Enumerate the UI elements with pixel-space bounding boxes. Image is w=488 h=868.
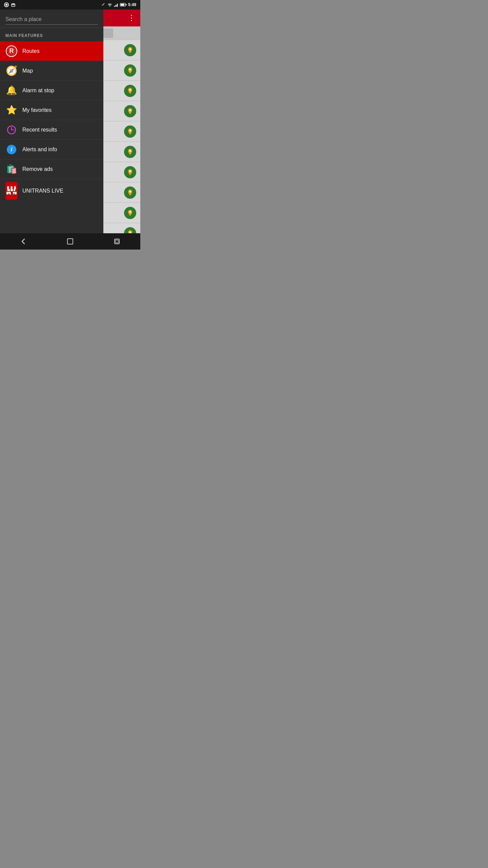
menu-item-my-favorites[interactable]: ⭐ My favorites	[0, 100, 103, 120]
remove-ads-label: Remove ads	[22, 166, 53, 172]
signal-icon	[114, 2, 119, 7]
battery-icon	[120, 3, 127, 7]
svg-point-17	[129, 130, 131, 131]
svg-point-18	[129, 150, 131, 152]
status-bar-right: 5:49	[101, 2, 136, 7]
more-options-button[interactable]: ⋮	[128, 14, 136, 22]
menu-item-remove-ads[interactable]: 🛍️ Remove ads	[0, 159, 103, 179]
svg-rect-8	[116, 5, 117, 7]
menu-item-recent-results[interactable]: Recent results	[0, 120, 103, 140]
status-bar: 5:49	[0, 0, 140, 9]
map-pin-icon-5	[124, 125, 136, 138]
svg-rect-7	[114, 6, 115, 7]
map-pin-icon-1	[124, 44, 136, 56]
svg-point-32	[8, 194, 9, 195]
svg-rect-43	[116, 240, 118, 243]
alarm-at-stop-label: Alarm at stop	[22, 87, 54, 94]
svg-rect-39	[11, 188, 13, 190]
back-arrow-icon	[20, 238, 27, 245]
shopping-icon-container: 🛍️	[5, 163, 18, 175]
clock-icon-container	[5, 124, 18, 136]
menu-item-alarm-at-stop[interactable]: 🔔 Alarm at stop	[0, 81, 103, 100]
unitrans-live-label: UNITRANS LIVE	[22, 188, 63, 194]
signal-minus-icon	[101, 2, 106, 7]
main-features-header: MAIN FEATURES	[0, 28, 103, 41]
svg-point-1	[5, 4, 7, 6]
home-button[interactable]	[57, 235, 84, 248]
clock-icon	[6, 125, 17, 135]
svg-point-19	[129, 170, 131, 172]
svg-point-16	[129, 109, 131, 111]
menu-item-unitrans-live[interactable]: UNITRANS LIVE	[0, 179, 103, 203]
svg-point-13	[129, 48, 131, 50]
search-area	[0, 9, 103, 28]
routes-icon: R	[6, 45, 17, 57]
routes-icon-container: R	[5, 45, 18, 57]
search-input[interactable]	[5, 14, 98, 25]
map-pin-icon-6	[124, 146, 136, 158]
wifi-icon	[107, 2, 113, 7]
menu-item-alerts-and-info[interactable]: i Alerts and info	[0, 140, 103, 159]
map-pin-icon-4	[124, 105, 136, 117]
map-label: Map	[22, 68, 33, 74]
unitrans-icon-container	[5, 185, 18, 197]
map-icon: 🧭	[6, 65, 18, 76]
status-bar-left	[4, 2, 16, 7]
recents-button[interactable]	[103, 235, 130, 248]
svg-point-21	[129, 211, 131, 213]
unitrans-icon	[5, 182, 18, 200]
screen: 5:49 ⋮	[0, 0, 140, 250]
menu-item-routes[interactable]: R Routes	[0, 41, 103, 61]
alerts-and-info-label: Alerts and info	[22, 146, 57, 153]
map-pin-icon-8	[124, 186, 136, 199]
drawer: MAIN FEATURES R Routes 🧭 Map 🔔 Alarm at …	[0, 9, 103, 233]
svg-rect-37	[7, 188, 9, 190]
svg-rect-42	[115, 239, 119, 244]
back-button[interactable]	[10, 235, 37, 248]
status-time: 5:49	[128, 2, 136, 7]
svg-rect-12	[126, 4, 127, 5]
map-pin-icon-3	[124, 85, 136, 97]
svg-rect-41	[14, 188, 16, 190]
home-square-icon	[67, 238, 73, 244]
svg-point-20	[129, 191, 131, 192]
svg-point-14	[129, 68, 131, 70]
map-pin-icon-2	[124, 64, 136, 77]
svg-point-22	[129, 231, 131, 233]
info-icon-container: i	[5, 143, 18, 156]
map-icon-container: 🧭	[5, 65, 18, 77]
map-pin-icon-7	[124, 166, 136, 178]
shopping-bag-icon: 🛍️	[6, 164, 17, 174]
map-pin-icon-9	[124, 207, 136, 219]
my-favorites-label: My favorites	[22, 107, 52, 113]
circle-icon	[4, 2, 9, 7]
routes-label: Routes	[22, 48, 40, 54]
svg-point-34	[14, 194, 15, 195]
bell-icon: 🔔	[6, 85, 17, 96]
nav-bar	[0, 233, 140, 250]
svg-point-15	[129, 89, 131, 91]
svg-rect-35	[11, 192, 13, 195]
alarm-icon-container: 🔔	[5, 84, 18, 97]
svg-rect-9	[117, 4, 118, 7]
star-icon: ⭐	[6, 105, 17, 115]
star-icon-container: ⭐	[5, 104, 18, 116]
menu-item-map[interactable]: 🧭 Map	[0, 61, 103, 81]
android-icon	[11, 2, 16, 7]
recents-icon	[113, 238, 121, 245]
svg-line-6	[102, 3, 104, 5]
recent-results-label: Recent results	[22, 127, 57, 133]
svg-rect-11	[121, 4, 124, 6]
info-icon: i	[7, 145, 16, 154]
